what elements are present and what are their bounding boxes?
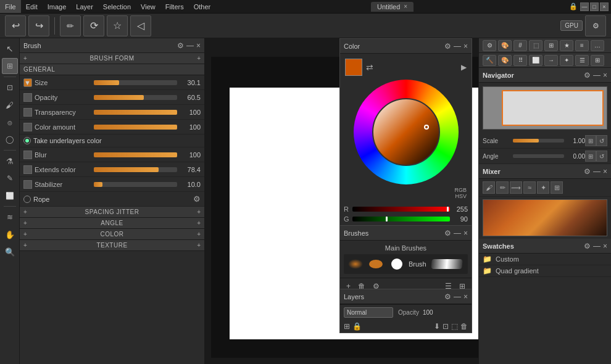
tool-shape[interactable]: ◯ — [2, 131, 18, 147]
tool-zoom[interactable]: 🔍 — [2, 244, 18, 260]
mixer-palette-icon[interactable]: ⊞ — [551, 181, 563, 194]
transparency-slider[interactable] — [94, 110, 177, 115]
swatches-close-icon[interactable]: × — [603, 242, 607, 250]
layers-settings-icon[interactable]: ⚙ — [444, 292, 451, 301]
menu-file[interactable]: File — [0, 0, 21, 13]
r-slider[interactable] — [352, 207, 450, 212]
color-close-icon[interactable]: × — [463, 42, 468, 51]
mixer-canvas[interactable] — [483, 199, 607, 236]
redo-button[interactable]: ↪ — [28, 15, 49, 36]
scale-expand-btn[interactable]: ⊞ — [585, 135, 596, 146]
extends-color-slider[interactable] — [94, 167, 177, 172]
current-color-swatch[interactable] — [345, 59, 362, 76]
size-slider[interactable] — [94, 80, 177, 85]
tool-copy-icon[interactable]: ⬜ — [529, 55, 542, 66]
color-play-icon[interactable]: ▶ — [461, 63, 467, 72]
menu-image[interactable]: Image — [43, 0, 72, 13]
tool-brush[interactable]: 🖌 — [2, 97, 18, 113]
layer-merge-visible-icon[interactable]: ⊡ — [443, 322, 449, 331]
mixer-settings-icon[interactable]: ⚙ — [584, 167, 591, 176]
scale-reset-btn[interactable]: ↺ — [596, 135, 607, 146]
tool-pencil[interactable]: ✎ — [2, 170, 18, 186]
tool-fill[interactable]: ⚗ — [2, 153, 18, 169]
tool-settings-icon[interactable]: ⚙ — [483, 40, 496, 51]
rotate-button[interactable]: ⟳ — [83, 15, 104, 36]
color-amount-slider[interactable] — [94, 125, 177, 130]
mixer-close-icon[interactable]: × — [603, 167, 607, 176]
navigator-settings-icon[interactable]: ⚙ — [584, 71, 591, 80]
blur-slider[interactable] — [94, 152, 177, 157]
tool-lasso[interactable]: ⌾ — [2, 114, 18, 130]
opacity-slider[interactable] — [94, 95, 177, 100]
undo-button[interactable]: ↩ — [5, 15, 26, 36]
mixer-minimize-icon[interactable]: — — [593, 167, 601, 176]
tab-close-icon[interactable]: × — [404, 3, 407, 10]
menu-view[interactable]: View — [136, 0, 160, 13]
maximize-button[interactable]: □ — [590, 2, 599, 11]
tool-palette-icon[interactable]: 🎨 — [498, 40, 512, 51]
brush-item-hard[interactable] — [367, 257, 386, 271]
tool-texture-icon[interactable]: ⠿ — [513, 55, 527, 66]
swatch-quad[interactable]: 📁 Quad gradient — [479, 265, 611, 277]
tool-smudge[interactable]: ≋ — [2, 209, 18, 225]
color-saturation-box[interactable] — [372, 98, 440, 166]
menu-edit[interactable]: Edit — [21, 0, 43, 13]
angle-reset-btn[interactable]: ↺ — [596, 151, 607, 162]
brush-close-icon[interactable]: × — [196, 41, 201, 50]
brush-form-section[interactable]: + BRUSH FORM + — [20, 53, 204, 64]
layer-flatten-icon[interactable]: ⬚ — [451, 322, 458, 331]
hsv-label[interactable]: HSV — [455, 193, 467, 199]
swatches-minimize-icon[interactable]: — — [593, 242, 601, 250]
stabilizer-slider[interactable] — [94, 182, 177, 187]
tool-filter-icon[interactable]: ⊞ — [544, 40, 558, 51]
angle-slider[interactable] — [513, 154, 564, 158]
g-slider[interactable] — [352, 217, 450, 221]
color-section-header[interactable]: + COLOR + — [20, 229, 204, 240]
menu-other[interactable]: Other — [189, 0, 216, 13]
brushes-settings-icon[interactable]: ⚙ — [444, 229, 451, 238]
rope-settings-icon[interactable]: ⚙ — [193, 194, 201, 204]
tool-layers-icon[interactable]: ⬚ — [529, 40, 542, 51]
layers-minimize-icon[interactable]: — — [454, 292, 461, 301]
rgb-label[interactable]: RGB — [454, 187, 467, 193]
menu-selection[interactable]: Selection — [98, 0, 136, 13]
mixer-blur-icon[interactable]: ≈ — [523, 181, 536, 194]
layer-merge-down-icon[interactable]: ⬇ — [434, 322, 440, 331]
menu-layer[interactable]: Layer — [71, 0, 98, 13]
tool-crop[interactable]: ⊡ — [2, 80, 18, 96]
tool-hand[interactable]: ✋ — [2, 226, 18, 242]
color-minimize-icon[interactable]: — — [454, 42, 461, 51]
swatch-custom[interactable]: 📁 Custom — [479, 254, 611, 265]
mixer-smudge-icon[interactable]: ⟿ — [510, 181, 522, 194]
layer-add-icon[interactable]: ⊞ — [344, 322, 350, 331]
spacing-jitter-section[interactable]: + SPACING JITTER + — [20, 207, 204, 218]
brush-minimize-icon[interactable]: — — [186, 41, 194, 50]
layers-close-icon[interactable]: × — [463, 292, 468, 301]
tool-more-icon[interactable]: … — [591, 40, 604, 51]
brushes-minimize-icon[interactable]: — — [454, 229, 461, 238]
navigator-minimize-icon[interactable]: — — [593, 71, 601, 80]
swatches-settings-icon[interactable]: ⚙ — [584, 242, 591, 250]
tool-arrow-icon[interactable]: → — [544, 55, 558, 66]
blend-mode-select[interactable]: Normal — [344, 307, 393, 318]
tool-list2-icon[interactable]: ☰ — [575, 55, 589, 66]
brush-item-soft[interactable] — [346, 257, 365, 271]
gpu-button[interactable]: GPU — [560, 20, 583, 31]
flip-button[interactable]: ◁ — [130, 15, 151, 36]
brush-item-paint[interactable] — [429, 257, 465, 271]
tool-more2-icon[interactable]: ⊞ — [591, 55, 604, 66]
tool-star-icon[interactable]: ★ — [560, 40, 573, 51]
star-button[interactable]: ☆ — [107, 15, 128, 36]
tool-list-icon[interactable]: ≡ — [575, 40, 589, 51]
tool-hammer-icon[interactable]: 🔨 — [483, 55, 496, 66]
tool-pointer[interactable]: ↖ — [2, 41, 18, 57]
rope-radio[interactable] — [23, 196, 31, 203]
tool-eraser[interactable]: ⬜ — [2, 188, 18, 204]
mixer-brush-icon[interactable]: 🖌 — [483, 181, 495, 194]
angle-section[interactable]: + ANGLE + — [20, 218, 204, 229]
settings-button[interactable]: ⚙ — [585, 15, 606, 36]
take-underlayer-radio[interactable] — [23, 137, 31, 144]
brush-tool-button[interactable]: ✏ — [60, 15, 81, 36]
color-swap-icon[interactable]: ⇄ — [366, 62, 373, 72]
color-settings-icon[interactable]: ⚙ — [444, 42, 451, 51]
